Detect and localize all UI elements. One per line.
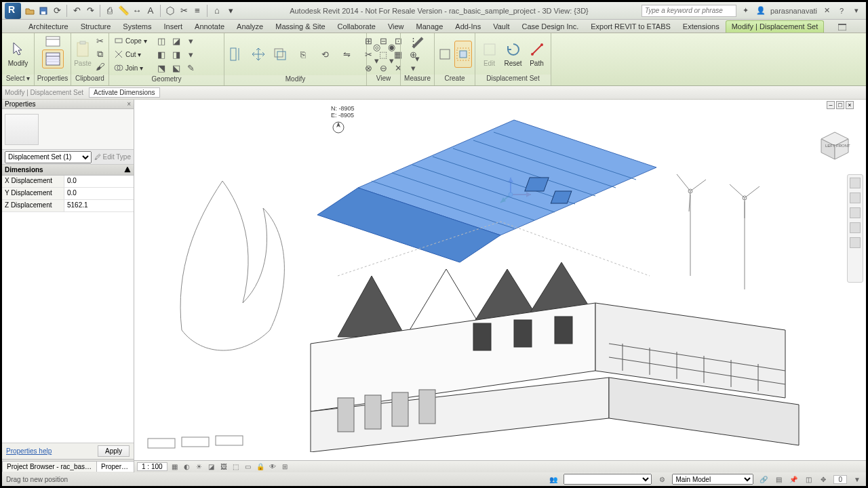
tab-massing[interactable]: Massing & Site [269,20,331,33]
path-button[interactable]: Path [526,35,548,73]
create-similar-icon[interactable] [437,41,453,68]
workset-icon[interactable]: 👥 [549,474,558,484]
switch-win-icon[interactable]: ▾ [224,5,237,17]
tab-vault[interactable]: Vault [487,20,515,33]
x-displacement-field[interactable]: 0.0 [64,176,134,187]
cut-clip-icon[interactable]: ✂ [93,35,106,47]
reset-button[interactable]: Reset [502,35,524,73]
geom-icon-7[interactable]: ⬔ [155,62,168,74]
copy-icon[interactable]: ⎘ [294,45,313,64]
crop-icon[interactable]: ⬚ [231,462,241,472]
geom-icon-4[interactable]: ◧ [155,48,168,60]
move-icon[interactable] [249,45,268,64]
tab-view[interactable]: View [382,20,410,33]
activate-dimensions-button[interactable]: Activate Dimensions [89,87,160,98]
copy-clip-icon[interactable]: ⧉ [93,48,106,60]
type-selector[interactable]: Displacement Set (1) [5,151,92,163]
tab-systems[interactable]: Systems [117,20,157,33]
undo-icon[interactable]: ↶ [71,5,83,17]
sunpath-icon[interactable]: ☀ [195,462,204,472]
offset-icon[interactable] [271,45,290,64]
tab-extensions[interactable]: Extensions [677,20,726,33]
crop-visible-icon[interactable]: ▭ [243,462,253,472]
tab-architecture[interactable]: Architecture [22,20,75,33]
tab-insert[interactable]: Insert [158,20,189,33]
select-links-icon[interactable]: 🔗 [759,474,768,484]
section-icon[interactable]: ✂ [178,5,190,17]
geom-icon-1[interactable]: ◫ [155,35,168,47]
geom-icon-2[interactable]: ◪ [170,35,183,47]
create-group-icon[interactable] [454,41,472,68]
lock-icon[interactable]: 🔒 [256,462,265,472]
exchange-icon[interactable]: ✕ [821,5,832,16]
view-icon-4[interactable]: ▾ [384,55,398,67]
design-options-select[interactable] [564,474,652,485]
modify-button[interactable]: Modify [5,35,31,73]
thinlines-icon[interactable]: ≡ [191,5,203,17]
editable-only-icon[interactable]: ⚙ [657,474,667,484]
match-icon[interactable]: 🖌 [93,61,106,73]
geom-icon-8[interactable]: ⬕ [170,62,183,74]
tab-window-icon[interactable] [832,22,852,33]
filter-icon[interactable]: ▼ [852,474,862,484]
tab-case[interactable]: Case Design Inc. [515,20,585,33]
panel-select-title[interactable]: Select ▾ [2,75,34,85]
measure-icon[interactable]: 📏 [117,5,130,17]
cut-geom-button[interactable]: Cut ▾ [112,48,149,60]
help-icon[interactable]: ? [836,5,847,16]
reveal-icon[interactable]: ⊞ [280,462,290,472]
geom-icon-5[interactable]: ◨ [170,48,183,60]
edit-type-button[interactable]: 🖉Edit Type [94,153,131,161]
temp-hide-icon[interactable]: 👁 [268,462,277,472]
open-icon[interactable] [24,5,36,17]
help-search-input[interactable] [642,5,736,17]
tab-modify-displacement[interactable]: Modify | Displacement Set [726,20,825,33]
sync-icon[interactable]: ⟳ [51,5,63,17]
tab-etabs[interactable]: Export REVIT to ETABS [585,20,677,33]
geom-icon-9[interactable]: ✎ [184,62,198,74]
type-properties-icon[interactable] [42,35,64,48]
view-scale[interactable]: 1 : 100 [137,462,167,471]
geom-icon-3[interactable]: ▾ [184,35,198,47]
app-menu-icon[interactable] [5,3,21,19]
shadows-icon[interactable]: ◪ [207,462,216,472]
visual-style-icon[interactable]: ◐ [182,462,192,472]
tab-structure[interactable]: Structure [75,20,117,33]
properties-toggle-button[interactable] [42,49,64,68]
geom-icon-6[interactable]: ▾ [184,48,198,60]
workset-select[interactable]: Main Model [672,474,753,485]
measure-drop-icon[interactable]: ▾ [411,52,425,64]
properties-help-link[interactable]: Properties help [6,447,52,455]
tab-addins[interactable]: Add-Ins [449,20,487,33]
z-displacement-field[interactable]: 5162.1 [64,200,134,211]
tab-annotate[interactable]: Annotate [189,20,231,33]
signin-icon[interactable]: 👤 [755,5,766,16]
measure-icon-big[interactable] [409,35,427,51]
view-icon-2[interactable]: ◉ [384,41,398,54]
view-icon-1[interactable]: ◎ [370,41,383,54]
infocenter-icon[interactable]: ✦ [741,5,751,16]
3d-viewport[interactable]: – □ × LEFT FRONT [134,100,866,472]
select-face-icon[interactable]: ◫ [804,474,813,484]
dim-icon[interactable]: ↔ [131,5,143,17]
detail-level-icon[interactable]: ▦ [170,462,180,472]
y-displacement-field[interactable]: 0.0 [64,188,134,199]
save-icon[interactable] [37,5,50,17]
minimize-ribbon-icon[interactable]: ▾ [851,5,862,16]
close-icon[interactable]: × [127,100,131,108]
cope-button[interactable]: Cope ▾ [112,35,149,47]
tab-analyze[interactable]: Analyze [231,20,269,33]
rotate-icon[interactable]: ⟲ [315,45,334,64]
print-icon[interactable]: ⎙ [104,5,116,17]
collapse-icon[interactable]: ⯅ [124,166,131,174]
redo-icon[interactable]: ↷ [84,5,96,17]
default3d-icon[interactable] [164,5,176,17]
tab-properties-bottom[interactable]: Properties [96,461,134,472]
select-underlay-icon[interactable]: ▤ [774,474,783,484]
join-button[interactable]: Join ▾ [112,62,149,74]
select-pinned-icon[interactable]: 📌 [789,474,798,484]
text-icon[interactable]: A [144,5,157,17]
close-hidden-icon[interactable]: ⌂ [211,5,223,17]
apply-button[interactable]: Apply [98,445,130,457]
tab-collaborate[interactable]: Collaborate [332,20,382,33]
